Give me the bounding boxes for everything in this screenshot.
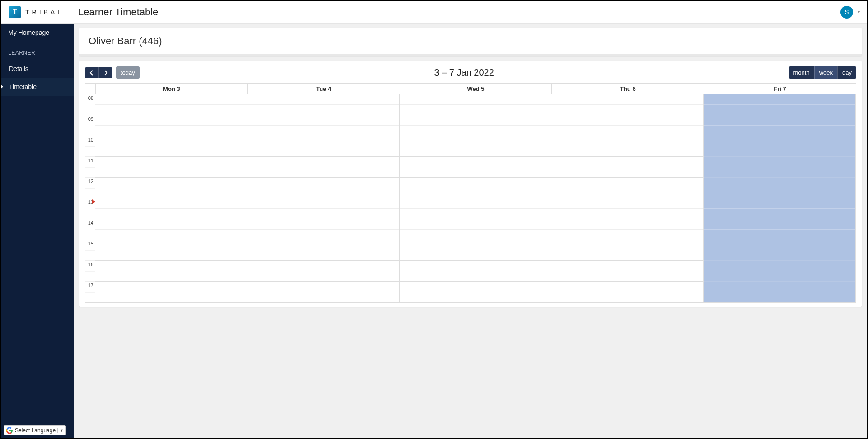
time-slot[interactable]: [247, 178, 399, 188]
time-slot[interactable]: [95, 178, 247, 188]
time-slot[interactable]: [95, 94, 247, 105]
time-slot[interactable]: [551, 157, 703, 167]
day-column[interactable]: [95, 94, 247, 302]
time-slot[interactable]: [551, 282, 703, 292]
time-slot[interactable]: [551, 219, 703, 230]
time-slot[interactable]: [247, 282, 399, 292]
time-slot[interactable]: [247, 136, 399, 146]
time-slot[interactable]: [400, 94, 551, 105]
time-slot[interactable]: [551, 240, 703, 250]
time-slot[interactable]: [247, 105, 399, 115]
time-slot[interactable]: [400, 115, 551, 126]
time-slot[interactable]: [400, 167, 551, 178]
next-button[interactable]: [98, 67, 112, 78]
time-slot[interactable]: [551, 146, 703, 157]
day-column[interactable]: [704, 94, 856, 302]
time-slot[interactable]: [400, 282, 551, 292]
time-slot[interactable]: [704, 282, 855, 292]
time-slot[interactable]: [704, 115, 855, 126]
time-slot[interactable]: [247, 157, 399, 167]
prev-button[interactable]: [85, 67, 98, 78]
sidebar-item-homepage[interactable]: My Homepage: [1, 24, 74, 42]
time-slot[interactable]: [95, 261, 247, 271]
time-slot[interactable]: [400, 198, 551, 209]
time-slot[interactable]: [704, 219, 855, 230]
view-week-button[interactable]: week: [814, 66, 837, 79]
time-slot[interactable]: [95, 282, 247, 292]
time-slot[interactable]: [400, 240, 551, 250]
time-slot[interactable]: [400, 157, 551, 167]
time-slot[interactable]: [704, 136, 855, 146]
time-slot[interactable]: [400, 271, 551, 282]
time-slot[interactable]: [704, 198, 855, 209]
day-column[interactable]: [400, 94, 552, 302]
time-slot[interactable]: [95, 240, 247, 250]
view-day-button[interactable]: day: [837, 66, 856, 79]
time-slot[interactable]: [95, 157, 247, 167]
time-slot[interactable]: [95, 198, 247, 209]
time-slot[interactable]: [247, 230, 399, 240]
time-slot[interactable]: [95, 209, 247, 219]
time-slot[interactable]: [551, 94, 703, 105]
time-slot[interactable]: [400, 292, 551, 302]
time-slot[interactable]: [95, 105, 247, 115]
time-slot[interactable]: [247, 261, 399, 271]
time-slot[interactable]: [704, 230, 855, 240]
time-slot[interactable]: [247, 115, 399, 126]
time-slot[interactable]: [247, 146, 399, 157]
time-slot[interactable]: [551, 188, 703, 198]
time-slot[interactable]: [704, 240, 855, 250]
day-column[interactable]: [247, 94, 400, 302]
time-slot[interactable]: [551, 271, 703, 282]
time-slot[interactable]: [551, 136, 703, 146]
time-slot[interactable]: [704, 146, 855, 157]
time-slot[interactable]: [551, 292, 703, 302]
time-slot[interactable]: [95, 250, 247, 261]
time-slot[interactable]: [551, 167, 703, 178]
time-slot[interactable]: [704, 105, 855, 115]
time-slot[interactable]: [551, 178, 703, 188]
time-slot[interactable]: [704, 126, 855, 136]
time-slot[interactable]: [95, 115, 247, 126]
time-slot[interactable]: [400, 250, 551, 261]
time-slot[interactable]: [400, 146, 551, 157]
time-slot[interactable]: [551, 105, 703, 115]
time-slot[interactable]: [247, 219, 399, 230]
time-slot[interactable]: [400, 136, 551, 146]
day-column[interactable]: [551, 94, 704, 302]
time-slot[interactable]: [95, 136, 247, 146]
time-slot[interactable]: [551, 115, 703, 126]
time-slot[interactable]: [400, 126, 551, 136]
time-slot[interactable]: [704, 178, 855, 188]
time-slot[interactable]: [247, 126, 399, 136]
time-slot[interactable]: [95, 126, 247, 136]
time-slot[interactable]: [704, 188, 855, 198]
time-slot[interactable]: [704, 261, 855, 271]
time-slot[interactable]: [95, 230, 247, 240]
time-slot[interactable]: [95, 292, 247, 302]
time-slot[interactable]: [95, 271, 247, 282]
time-slot[interactable]: [400, 209, 551, 219]
time-slot[interactable]: [400, 178, 551, 188]
today-button[interactable]: today: [116, 66, 140, 79]
time-slot[interactable]: [400, 261, 551, 271]
time-slot[interactable]: [247, 209, 399, 219]
language-selector[interactable]: Select Language ▼: [4, 425, 66, 435]
time-slot[interactable]: [551, 230, 703, 240]
time-slot[interactable]: [704, 271, 855, 282]
time-slot[interactable]: [247, 198, 399, 209]
time-slot[interactable]: [95, 146, 247, 157]
time-slot[interactable]: [704, 209, 855, 219]
time-slot[interactable]: [247, 292, 399, 302]
time-slot[interactable]: [704, 250, 855, 261]
avatar[interactable]: S: [840, 6, 853, 19]
sidebar-item-details[interactable]: Details: [1, 60, 74, 78]
time-slot[interactable]: [704, 167, 855, 178]
sidebar-item-timetable[interactable]: Timetable: [1, 78, 74, 96]
time-slot[interactable]: [247, 250, 399, 261]
time-slot[interactable]: [704, 292, 855, 302]
time-slot[interactable]: [400, 219, 551, 230]
time-slot[interactable]: [95, 188, 247, 198]
time-slot[interactable]: [247, 188, 399, 198]
time-slot[interactable]: [95, 219, 247, 230]
